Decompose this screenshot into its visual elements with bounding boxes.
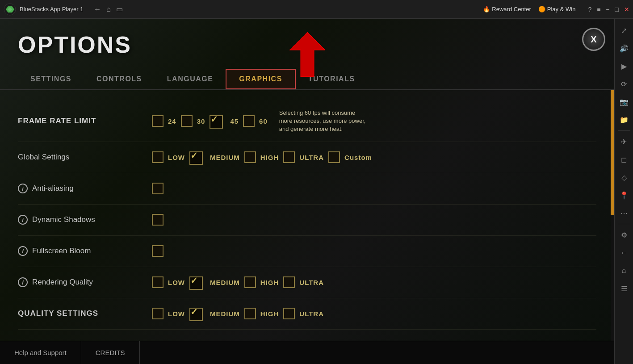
qs-ultra-label: ULTRA: [299, 310, 324, 318]
menu-icon[interactable]: ≡: [597, 6, 600, 13]
fullscreen-bloom-checkbox[interactable]: [152, 245, 163, 257]
fps-45-label: 45: [230, 117, 239, 125]
quality-settings-options: LOW MEDIUM HIGH ULTRA: [152, 307, 324, 320]
settings-scroll[interactable]: FRAME RATE LIMIT 24 30 45: [0, 90, 614, 341]
global-high-checkbox[interactable]: [244, 151, 256, 163]
rq-low-checkbox[interactable]: [152, 276, 163, 288]
tab-language[interactable]: LANGUAGE: [155, 70, 226, 88]
rq-ultra-checkbox[interactable]: [283, 276, 295, 288]
play-win-button[interactable]: 🟠 Play & Win: [538, 6, 576, 13]
qs-medium-checkbox[interactable]: [189, 307, 205, 320]
anti-aliasing-checkbox-wrapper[interactable]: [152, 183, 163, 194]
tab-tutorials[interactable]: TUTORIALS: [296, 70, 368, 88]
tab-graphics[interactable]: GRAPHICS: [226, 69, 295, 89]
play-win-icon: 🟠: [538, 6, 545, 13]
global-custom-option[interactable]: [328, 151, 340, 163]
sidebar-refresh-icon[interactable]: ⟳: [616, 76, 632, 92]
fps-30-option[interactable]: [181, 115, 193, 127]
sidebar-device-icon[interactable]: ◻: [616, 151, 632, 167]
fps-45-checkbox[interactable]: [210, 115, 226, 127]
sidebar-expand-icon[interactable]: ⤢: [616, 22, 632, 38]
top-bar-right: 🔥 Reward Center 🟠 Play & Win ? ≡ − □ ✕: [483, 6, 629, 13]
sidebar-camera-icon[interactable]: 📷: [616, 94, 632, 110]
qs-low-checkbox[interactable]: [152, 308, 163, 319]
fps-note: Selecting 60 fps will consume more resou…: [279, 109, 369, 134]
global-ultra-checkbox[interactable]: [283, 151, 295, 163]
fps-24-option[interactable]: [152, 115, 163, 127]
global-high-option[interactable]: [244, 151, 256, 163]
sidebar-location-icon[interactable]: 📍: [616, 187, 632, 203]
fps-45-option[interactable]: [210, 115, 226, 127]
global-medium-option[interactable]: [189, 151, 205, 163]
dynamic-shadows-label: i Dynamic Shadows: [18, 215, 152, 225]
rq-high-checkbox[interactable]: [244, 276, 256, 288]
sidebar-back-icon[interactable]: ←: [616, 245, 632, 261]
quality-settings-row: QUALITY SETTINGS LOW MEDIUM HIGH: [18, 298, 596, 330]
qs-ultra-checkbox[interactable]: [283, 308, 295, 319]
global-custom-label: Custom: [344, 154, 372, 161]
sidebar-folder-icon[interactable]: 📁: [616, 112, 632, 128]
global-ultra-option[interactable]: [283, 151, 295, 163]
sidebar-menu-icon[interactable]: ☰: [616, 280, 632, 297]
global-custom-checkbox[interactable]: [328, 151, 340, 163]
sidebar-more-icon[interactable]: ⋯: [616, 205, 632, 221]
anti-aliasing-row: i Anti-aliasing: [18, 173, 596, 205]
close-x-button[interactable]: X: [582, 28, 605, 51]
tab-settings[interactable]: SETTINGS: [18, 70, 84, 88]
global-low-checkbox[interactable]: [152, 151, 163, 163]
fps-60-option[interactable]: [243, 115, 255, 127]
help-support-button[interactable]: Help and Support: [0, 341, 81, 364]
scroll-thumb[interactable]: [611, 90, 614, 215]
fps-24-checkbox[interactable]: [152, 115, 163, 127]
options-header: OPTIONS: [0, 19, 614, 58]
restore-icon[interactable]: □: [615, 6, 619, 13]
sidebar-volume-icon[interactable]: 🔊: [616, 40, 632, 56]
qs-medium-option[interactable]: [189, 307, 205, 320]
rendering-quality-info-icon[interactable]: i: [18, 277, 28, 287]
qs-low-option[interactable]: [152, 308, 163, 319]
qs-ultra-option[interactable]: [283, 308, 295, 319]
dynamic-shadows-info-icon[interactable]: i: [18, 215, 28, 225]
fullscreen-bloom-checkbox-wrapper[interactable]: [152, 245, 163, 257]
back-icon[interactable]: ←: [94, 5, 101, 13]
fps-30-checkbox[interactable]: [181, 115, 193, 127]
rq-ultra-label: ULTRA: [299, 279, 324, 286]
sidebar-play-icon[interactable]: ▶: [616, 58, 632, 74]
rq-medium-option[interactable]: [189, 276, 205, 289]
help-icon[interactable]: ?: [588, 6, 591, 13]
frame-rate-options: 24 30 45 60 Selecting 60 fps will consum…: [152, 109, 369, 134]
dynamic-shadows-checkbox[interactable]: [152, 214, 163, 226]
fullscreen-bloom-info-icon[interactable]: i: [18, 246, 28, 256]
fps-60-checkbox[interactable]: [243, 115, 255, 127]
qs-high-checkbox[interactable]: [244, 308, 256, 319]
credits-button[interactable]: CREDITS: [81, 341, 140, 364]
sidebar-airplane-icon[interactable]: ✈: [616, 134, 632, 150]
anti-aliasing-label: i Anti-aliasing: [18, 184, 152, 193]
qs-high-option[interactable]: [244, 308, 256, 319]
rq-medium-checkbox[interactable]: [189, 276, 205, 289]
scroll-indicator: [611, 90, 614, 341]
top-bar: BlueStacks App Player 1 ← ⌂ ▭ 🔥 Reward C…: [0, 0, 633, 19]
rq-high-option[interactable]: [244, 276, 256, 288]
anti-aliasing-checkbox[interactable]: [152, 183, 163, 194]
nav-icons: ← ⌂ ▭: [94, 5, 123, 13]
global-low-option[interactable]: [152, 151, 163, 163]
global-medium-checkbox[interactable]: [189, 151, 205, 163]
dynamic-shadows-checkbox-wrapper[interactable]: [152, 214, 163, 226]
sidebar-eraser-icon[interactable]: ◇: [616, 169, 632, 185]
sidebar-home-icon[interactable]: ⌂: [616, 263, 632, 279]
minimize-icon[interactable]: −: [606, 6, 609, 13]
rq-low-option[interactable]: [152, 276, 163, 288]
sidebar-settings-icon[interactable]: ⚙: [616, 227, 632, 243]
frame-rate-row: FRAME RATE LIMIT 24 30 45: [18, 101, 596, 142]
rendering-quality-options: LOW MEDIUM HIGH ULTRA: [152, 276, 324, 289]
reward-center-button[interactable]: 🔥 Reward Center: [483, 6, 531, 13]
close-icon[interactable]: ✕: [624, 6, 629, 13]
global-settings-row: Global Settings LOW MEDIUM HIGH: [18, 142, 596, 173]
tab-controls[interactable]: CONTROLS: [84, 70, 155, 88]
windows-icon[interactable]: ▭: [116, 5, 123, 13]
bottom-footer: Help and Support CREDITS: [0, 341, 614, 364]
anti-aliasing-info-icon[interactable]: i: [18, 184, 28, 193]
home-icon[interactable]: ⌂: [106, 5, 111, 13]
rq-ultra-option[interactable]: [283, 276, 295, 288]
